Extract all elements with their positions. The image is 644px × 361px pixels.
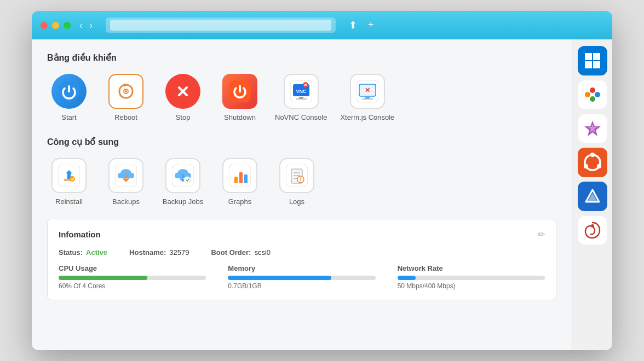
toolbar-right: ⬆ + [349, 19, 374, 31]
backups-action[interactable]: Backups [104, 158, 148, 206]
reboot-action[interactable]: Reboot [104, 74, 148, 121]
backups-label: Backups [112, 197, 140, 206]
memory-label: Memory [228, 264, 375, 272]
svg-rect-41 [593, 53, 600, 60]
network-value: 50 Mbps/400 Mbps) [398, 282, 545, 290]
info-header: Infomation ✏ [59, 229, 545, 240]
sidebar-item-debian[interactable] [578, 216, 607, 245]
start-icon [51, 74, 87, 109]
stop-icon [165, 74, 200, 109]
hostname-label: Hostname: [129, 248, 166, 257]
ubuntu-icon [583, 153, 602, 172]
xterm-label: Xterm.js Console [340, 113, 394, 121]
svg-point-27 [184, 177, 191, 183]
svg-rect-22 [362, 98, 373, 100]
hostname-value: 32579 [169, 248, 189, 257]
maximize-button[interactable] [64, 22, 71, 29]
novnc-label: NoVNC Console [275, 113, 327, 121]
status-value: Active [86, 248, 107, 257]
svg-point-53 [584, 164, 588, 168]
svg-point-46 [590, 96, 595, 102]
reboot-label: Reboot [114, 113, 137, 121]
novnc-icon: VNC [284, 74, 319, 109]
boot-order-label: Boot Order: [211, 248, 251, 257]
sidebar-item-caret[interactable] [578, 182, 607, 211]
sidebar-item-windows[interactable] [578, 46, 607, 75]
graphs-label: Graphs [228, 197, 252, 206]
cpu-bar-bg [59, 276, 206, 280]
shutdown-svg [229, 80, 251, 102]
svg-rect-9 [239, 85, 241, 92]
back-button[interactable]: ‹ [79, 20, 83, 31]
edit-button[interactable]: ✏ [538, 229, 545, 240]
svg-rect-42 [585, 61, 592, 68]
logs-svg [286, 165, 308, 187]
memory-bar-fill [228, 276, 331, 280]
caret-icon [583, 187, 602, 206]
xterm-icon: ✕ [350, 74, 385, 109]
sidebar-item-flock[interactable] [578, 80, 607, 109]
shutdown-label: Shutdown [224, 113, 256, 121]
xterm-action[interactable]: ✕ Xterm.js Console [340, 74, 394, 121]
main-section-title: Bảng điều khiển [47, 53, 556, 63]
svg-text:VNC: VNC [296, 89, 307, 94]
graphs-svg [229, 165, 251, 187]
network-bar-bg [398, 276, 545, 280]
reinstall-action[interactable]: Reinstall [47, 158, 91, 206]
info-panel: Infomation ✏ Status: Active Hostname: 32… [47, 219, 556, 300]
url-input[interactable] [110, 20, 331, 31]
cpu-value: 60% Of 4 Cores [59, 282, 206, 290]
flock-icon [583, 85, 602, 104]
reinstall-svg [58, 165, 80, 187]
logs-action[interactable]: Logs [275, 158, 319, 206]
backup-jobs-action[interactable]: Backup Jobs [161, 158, 205, 206]
start-svg [59, 81, 79, 102]
start-action[interactable]: Start [47, 74, 91, 121]
backup-jobs-icon [165, 158, 200, 193]
info-status-row: Status: Active Hostname: 32579 Boot Orde… [59, 248, 545, 257]
stop-action[interactable]: Stop [161, 74, 205, 121]
close-button[interactable] [41, 22, 48, 29]
logs-label: Logs [289, 197, 304, 206]
svg-rect-1 [68, 85, 70, 92]
forward-button[interactable]: › [89, 20, 93, 31]
shutdown-icon [222, 74, 257, 109]
svg-point-44 [590, 88, 595, 93]
sidebar-item-ubuntu[interactable] [578, 148, 607, 177]
svg-rect-43 [593, 61, 600, 68]
shutdown-action[interactable]: Shutdown [218, 74, 262, 121]
svg-point-45 [595, 92, 600, 97]
reinstall-label: Reinstall [55, 197, 83, 206]
info-title: Infomation [59, 230, 101, 239]
svg-text:✕: ✕ [365, 86, 370, 94]
graphs-action[interactable]: Graphs [218, 158, 262, 206]
backup-jobs-label: Backup Jobs [163, 197, 203, 206]
novnc-action[interactable]: VNC NoVNC Console [275, 74, 327, 121]
add-tab-button[interactable]: + [368, 19, 374, 31]
sidebar-icons [572, 39, 612, 350]
svg-point-47 [585, 92, 590, 97]
minimize-button[interactable] [52, 22, 59, 29]
windows-icon [584, 52, 601, 69]
svg-rect-30 [239, 172, 243, 183]
address-bar[interactable] [106, 18, 336, 33]
svg-rect-31 [244, 174, 248, 183]
boot-order-value: scsi0 [254, 248, 271, 257]
backup-jobs-svg [172, 165, 194, 187]
memory-bar-bg [228, 276, 375, 280]
svg-rect-29 [234, 177, 238, 183]
reinstall-icon [51, 158, 87, 193]
browser-window: ‹ › ⬆ + Bảng điều khiển [32, 11, 612, 350]
tools-grid: Reinstall Backups [47, 158, 556, 206]
reboot-svg [115, 80, 137, 102]
status-label: Status: [59, 248, 83, 257]
sidebar-item-pixel[interactable] [578, 114, 607, 143]
svg-rect-40 [585, 53, 592, 60]
network-bar-fill [398, 276, 416, 280]
network-usage: Network Rate 50 Mbps/400 Mbps) [398, 264, 545, 290]
stop-svg [173, 81, 193, 102]
share-button[interactable]: ⬆ [349, 19, 357, 31]
backups-icon [108, 158, 143, 193]
reboot-icon [108, 74, 143, 109]
svg-point-51 [590, 153, 595, 157]
